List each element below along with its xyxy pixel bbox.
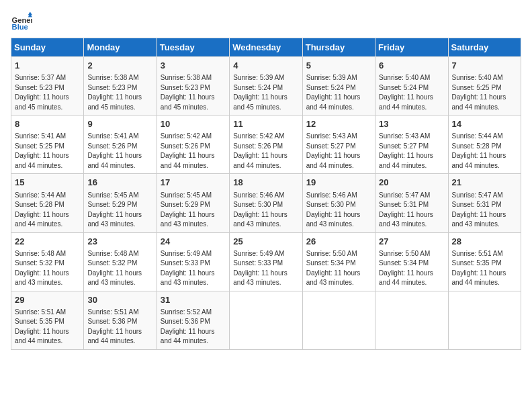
- day-number: 27: [379, 236, 444, 248]
- calendar-cell: 6Sunrise: 5:40 AMSunset: 5:24 PMDaylight…: [375, 57, 448, 116]
- cell-content: Sunrise: 5:49 AMSunset: 5:33 PMDaylight:…: [233, 249, 298, 288]
- day-number: 17: [161, 177, 226, 189]
- logo-icon: General Blue: [11, 11, 32, 32]
- calendar-cell: 14Sunrise: 5:44 AMSunset: 5:28 PMDayligh…: [448, 116, 521, 174]
- cell-content: Sunrise: 5:51 AMSunset: 5:35 PMDaylight:…: [452, 249, 517, 288]
- day-number: 6: [379, 60, 444, 72]
- calendar-cell: 9Sunrise: 5:41 AMSunset: 5:26 PMDaylight…: [84, 116, 157, 174]
- day-number: 7: [452, 60, 517, 72]
- cell-content: Sunrise: 5:49 AMSunset: 5:33 PMDaylight:…: [161, 249, 226, 288]
- calendar-cell: [302, 291, 375, 349]
- week-row-5: 29Sunrise: 5:51 AMSunset: 5:35 PMDayligh…: [11, 291, 521, 349]
- calendar-cell: 18Sunrise: 5:46 AMSunset: 5:30 PMDayligh…: [230, 174, 302, 232]
- cell-content: Sunrise: 5:45 AMSunset: 5:29 PMDaylight:…: [87, 191, 152, 230]
- calendar-cell: 4Sunrise: 5:39 AMSunset: 5:24 PMDaylight…: [230, 57, 302, 116]
- calendar-cell: 27Sunrise: 5:50 AMSunset: 5:34 PMDayligh…: [375, 232, 448, 291]
- calendar-cell: 19Sunrise: 5:46 AMSunset: 5:30 PMDayligh…: [302, 174, 375, 232]
- cell-content: Sunrise: 5:48 AMSunset: 5:32 PMDaylight:…: [87, 249, 152, 288]
- calendar-cell: 28Sunrise: 5:51 AMSunset: 5:35 PMDayligh…: [448, 232, 521, 291]
- calendar-cell: 8Sunrise: 5:41 AMSunset: 5:25 PMDaylight…: [11, 116, 84, 174]
- calendar-cell: 25Sunrise: 5:49 AMSunset: 5:33 PMDayligh…: [230, 232, 302, 291]
- calendar-cell: 26Sunrise: 5:50 AMSunset: 5:34 PMDayligh…: [302, 232, 375, 291]
- week-row-4: 22Sunrise: 5:48 AMSunset: 5:32 PMDayligh…: [11, 232, 521, 291]
- cell-content: Sunrise: 5:40 AMSunset: 5:25 PMDaylight:…: [452, 73, 517, 112]
- calendar-cell: 10Sunrise: 5:42 AMSunset: 5:26 PMDayligh…: [157, 116, 229, 174]
- day-number: 1: [15, 60, 80, 72]
- calendar-cell: 13Sunrise: 5:43 AMSunset: 5:27 PMDayligh…: [375, 116, 448, 174]
- week-row-1: 1Sunrise: 5:37 AMSunset: 5:23 PMDaylight…: [11, 57, 521, 116]
- calendar-table: SundayMondayTuesdayWednesdayThursdayFrid…: [11, 38, 521, 350]
- cell-content: Sunrise: 5:38 AMSunset: 5:23 PMDaylight:…: [161, 73, 226, 112]
- calendar-cell: 21Sunrise: 5:47 AMSunset: 5:31 PMDayligh…: [448, 174, 521, 232]
- column-header-monday: Monday: [84, 38, 157, 57]
- cell-content: Sunrise: 5:42 AMSunset: 5:26 PMDaylight:…: [161, 132, 226, 171]
- cell-content: Sunrise: 5:45 AMSunset: 5:29 PMDaylight:…: [161, 191, 226, 230]
- cell-content: Sunrise: 5:47 AMSunset: 5:31 PMDaylight:…: [379, 191, 444, 230]
- cell-content: Sunrise: 5:52 AMSunset: 5:36 PMDaylight:…: [161, 308, 226, 347]
- calendar-cell: [230, 291, 302, 349]
- column-header-friday: Friday: [375, 38, 448, 57]
- calendar-cell: 15Sunrise: 5:44 AMSunset: 5:28 PMDayligh…: [11, 174, 84, 232]
- day-number: 29: [15, 294, 80, 306]
- cell-content: Sunrise: 5:48 AMSunset: 5:32 PMDaylight:…: [15, 249, 80, 288]
- day-number: 3: [161, 60, 226, 72]
- cell-content: Sunrise: 5:39 AMSunset: 5:24 PMDaylight:…: [233, 73, 298, 112]
- logo: General Blue: [11, 11, 35, 32]
- cell-content: Sunrise: 5:46 AMSunset: 5:30 PMDaylight:…: [306, 191, 371, 230]
- cell-content: Sunrise: 5:37 AMSunset: 5:23 PMDaylight:…: [15, 73, 80, 112]
- day-number: 15: [15, 177, 80, 189]
- calendar-cell: 29Sunrise: 5:51 AMSunset: 5:35 PMDayligh…: [11, 291, 84, 349]
- day-number: 25: [233, 236, 298, 248]
- cell-content: Sunrise: 5:50 AMSunset: 5:34 PMDaylight:…: [379, 249, 444, 288]
- week-row-2: 8Sunrise: 5:41 AMSunset: 5:25 PMDaylight…: [11, 116, 521, 174]
- header-row: SundayMondayTuesdayWednesdayThursdayFrid…: [11, 38, 521, 57]
- calendar-cell: 11Sunrise: 5:42 AMSunset: 5:26 PMDayligh…: [230, 116, 302, 174]
- calendar-cell: [448, 291, 521, 349]
- day-number: 21: [452, 177, 517, 189]
- column-header-wednesday: Wednesday: [230, 38, 302, 57]
- day-number: 2: [87, 60, 152, 72]
- day-number: 4: [233, 60, 298, 72]
- calendar-cell: 1Sunrise: 5:37 AMSunset: 5:23 PMDaylight…: [11, 57, 84, 116]
- calendar-cell: 31Sunrise: 5:52 AMSunset: 5:36 PMDayligh…: [157, 291, 229, 349]
- column-header-thursday: Thursday: [302, 38, 375, 57]
- day-number: 22: [15, 236, 80, 248]
- day-number: 5: [306, 60, 371, 72]
- calendar-cell: 24Sunrise: 5:49 AMSunset: 5:33 PMDayligh…: [157, 232, 229, 291]
- column-header-sunday: Sunday: [11, 38, 84, 57]
- day-number: 28: [452, 236, 517, 248]
- cell-content: Sunrise: 5:43 AMSunset: 5:27 PMDaylight:…: [306, 132, 371, 171]
- cell-content: Sunrise: 5:51 AMSunset: 5:35 PMDaylight:…: [15, 308, 80, 347]
- cell-content: Sunrise: 5:46 AMSunset: 5:30 PMDaylight:…: [233, 191, 298, 230]
- day-number: 13: [379, 118, 444, 130]
- cell-content: Sunrise: 5:43 AMSunset: 5:27 PMDaylight:…: [379, 132, 444, 171]
- cell-content: Sunrise: 5:42 AMSunset: 5:26 PMDaylight:…: [233, 132, 298, 171]
- day-number: 18: [233, 177, 298, 189]
- calendar-cell: 17Sunrise: 5:45 AMSunset: 5:29 PMDayligh…: [157, 174, 229, 232]
- day-number: 11: [233, 118, 298, 130]
- week-row-3: 15Sunrise: 5:44 AMSunset: 5:28 PMDayligh…: [11, 174, 521, 232]
- day-number: 24: [161, 236, 226, 248]
- day-number: 12: [306, 118, 371, 130]
- day-number: 31: [161, 294, 226, 306]
- day-number: 19: [306, 177, 371, 189]
- calendar-cell: 20Sunrise: 5:47 AMSunset: 5:31 PMDayligh…: [375, 174, 448, 232]
- cell-content: Sunrise: 5:44 AMSunset: 5:28 PMDaylight:…: [15, 191, 80, 230]
- calendar-cell: 2Sunrise: 5:38 AMSunset: 5:23 PMDaylight…: [84, 57, 157, 116]
- cell-content: Sunrise: 5:51 AMSunset: 5:36 PMDaylight:…: [87, 308, 152, 347]
- cell-content: Sunrise: 5:44 AMSunset: 5:28 PMDaylight:…: [452, 132, 517, 171]
- cell-content: Sunrise: 5:41 AMSunset: 5:26 PMDaylight:…: [87, 132, 152, 171]
- day-number: 8: [15, 118, 80, 130]
- day-number: 20: [379, 177, 444, 189]
- day-number: 16: [87, 177, 152, 189]
- cell-content: Sunrise: 5:41 AMSunset: 5:25 PMDaylight:…: [15, 132, 80, 171]
- page-header: General Blue: [11, 11, 521, 32]
- cell-content: Sunrise: 5:47 AMSunset: 5:31 PMDaylight:…: [452, 191, 517, 230]
- calendar-cell: 30Sunrise: 5:51 AMSunset: 5:36 PMDayligh…: [84, 291, 157, 349]
- calendar-cell: 16Sunrise: 5:45 AMSunset: 5:29 PMDayligh…: [84, 174, 157, 232]
- calendar-cell: 7Sunrise: 5:40 AMSunset: 5:25 PMDaylight…: [448, 57, 521, 116]
- column-header-tuesday: Tuesday: [157, 38, 229, 57]
- cell-content: Sunrise: 5:38 AMSunset: 5:23 PMDaylight:…: [87, 73, 152, 112]
- calendar-cell: 12Sunrise: 5:43 AMSunset: 5:27 PMDayligh…: [302, 116, 375, 174]
- calendar-cell: 23Sunrise: 5:48 AMSunset: 5:32 PMDayligh…: [84, 232, 157, 291]
